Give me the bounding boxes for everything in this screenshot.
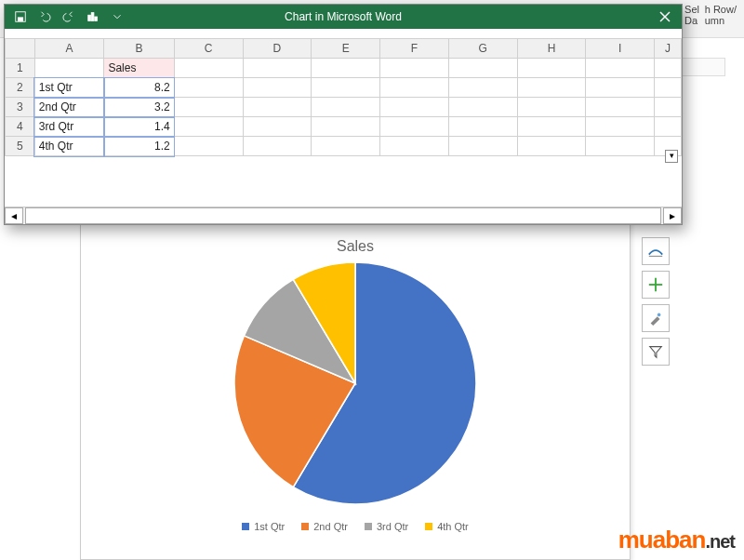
column-header[interactable]: G	[448, 39, 517, 59]
cell[interactable]	[517, 59, 586, 78]
column-header[interactable]: C	[174, 39, 243, 59]
chart-legend[interactable]: 1st Qtr2nd Qtr3rd Qtr4th Qtr	[242, 521, 469, 532]
cell[interactable]	[448, 59, 517, 78]
cell[interactable]	[243, 98, 312, 117]
legend-item[interactable]: 2nd Qtr	[301, 521, 348, 532]
cell[interactable]	[243, 117, 312, 137]
column-header[interactable]: I	[586, 39, 654, 59]
row-header[interactable]: 2	[6, 78, 35, 98]
chart-title[interactable]: Sales	[337, 238, 374, 255]
svg-point-3	[658, 313, 661, 317]
row-header[interactable]: 3	[6, 98, 35, 117]
series-header-cell[interactable]: Sales	[104, 59, 174, 78]
cell[interactable]	[174, 98, 243, 117]
close-button[interactable]	[648, 5, 682, 29]
cell[interactable]	[174, 78, 243, 98]
cell[interactable]	[448, 78, 517, 98]
value-cell[interactable]: 1.4	[104, 117, 174, 137]
category-cell[interactable]: 1st Qtr	[34, 78, 104, 98]
qat-dropdown-icon[interactable]	[107, 7, 127, 27]
row-header[interactable]: 4	[6, 117, 35, 137]
cell[interactable]	[380, 98, 449, 117]
undo-icon[interactable]	[34, 7, 55, 27]
cell[interactable]	[380, 78, 449, 98]
cell[interactable]	[34, 59, 104, 78]
cell[interactable]	[448, 98, 517, 117]
column-header[interactable]: B	[104, 39, 174, 59]
cell[interactable]	[448, 137, 517, 156]
category-cell[interactable]: 2nd Qtr	[34, 98, 104, 117]
redo-icon[interactable]	[59, 7, 79, 27]
value-cell[interactable]: 8.2	[104, 78, 174, 98]
layout-options-button[interactable]	[642, 237, 670, 265]
chart-wizard-icon[interactable]	[83, 7, 103, 27]
cell[interactable]	[517, 78, 586, 98]
column-header[interactable]: J	[654, 39, 681, 59]
column-header[interactable]: A	[34, 39, 104, 59]
cell[interactable]	[654, 98, 681, 117]
chart-side-tools	[642, 237, 670, 366]
scroll-right-button[interactable]: ▸	[663, 207, 682, 224]
cell[interactable]	[174, 117, 243, 137]
column-header[interactable]: F	[380, 39, 449, 59]
chart-elements-button[interactable]	[642, 271, 670, 299]
cell[interactable]	[654, 59, 681, 78]
cell[interactable]	[586, 59, 654, 78]
legend-swatch	[242, 523, 249, 530]
select-all-cell[interactable]	[6, 39, 35, 59]
cell[interactable]	[243, 59, 312, 78]
quick-access-toolbar	[5, 7, 133, 27]
column-header[interactable]: D	[243, 39, 312, 59]
cell[interactable]	[312, 137, 380, 156]
svg-rect-7	[91, 13, 94, 21]
cell[interactable]	[312, 98, 380, 117]
cell[interactable]	[312, 117, 380, 137]
cell[interactable]	[517, 98, 586, 117]
scroll-left-button[interactable]: ◂	[5, 207, 23, 224]
cell[interactable]	[654, 117, 681, 137]
datasheet-grid[interactable]: ABCDEFGHIJ 1Sales21st Qtr8.232nd Qtr3.24…	[5, 38, 682, 215]
cell[interactable]	[380, 59, 449, 78]
value-cell[interactable]: 1.2	[104, 137, 174, 156]
cell[interactable]	[174, 59, 243, 78]
datasheet-titlebar[interactable]: Chart in Microsoft Word	[5, 5, 682, 29]
value-cell[interactable]: 3.2	[104, 98, 174, 117]
pie-chart[interactable]	[234, 262, 476, 504]
ribbon-partial-labels: h Row/ umn	[705, 4, 737, 26]
legend-item[interactable]: 4th Qtr	[425, 521, 469, 532]
row-header[interactable]: 5	[6, 137, 35, 156]
save-icon[interactable]	[10, 7, 31, 27]
cell[interactable]	[448, 117, 517, 137]
chart-filters-button[interactable]	[642, 338, 670, 366]
cell[interactable]	[312, 78, 380, 98]
expand-data-range-handle[interactable]: ▾	[665, 150, 678, 163]
cell[interactable]	[654, 78, 681, 98]
chart-object[interactable]: Sales 1st Qtr2nd Qtr3rd Qtr4th Qtr	[100, 238, 611, 540]
cell[interactable]	[586, 117, 654, 137]
category-cell[interactable]: 3rd Qtr	[34, 117, 104, 137]
cell[interactable]	[586, 78, 654, 98]
column-header[interactable]: H	[517, 39, 586, 59]
horizontal-scrollbar[interactable]: ◂ ▸	[5, 207, 682, 224]
cell[interactable]	[380, 137, 449, 156]
row-header[interactable]: 1	[6, 59, 35, 78]
category-cell[interactable]: 4th Qtr	[34, 137, 104, 156]
cell[interactable]	[586, 137, 654, 156]
cell[interactable]	[517, 137, 586, 156]
svg-rect-6	[88, 15, 91, 20]
scroll-track[interactable]	[25, 207, 661, 224]
column-header[interactable]: E	[312, 39, 380, 59]
legend-item[interactable]: 1st Qtr	[242, 521, 285, 532]
cell[interactable]	[243, 78, 312, 98]
watermark-logo: muaban.net	[618, 526, 735, 554]
chart-styles-button[interactable]	[642, 304, 670, 332]
spreadsheet-table[interactable]: ABCDEFGHIJ 1Sales21st Qtr8.232nd Qtr3.24…	[5, 38, 682, 156]
cell[interactable]	[312, 59, 380, 78]
cell[interactable]	[517, 117, 586, 137]
cell[interactable]	[380, 117, 449, 137]
cell[interactable]	[243, 137, 312, 156]
legend-item[interactable]: 3rd Qtr	[365, 521, 408, 532]
chart-datasheet-window[interactable]: Chart in Microsoft Word ABCDEFGHIJ 1Sale…	[4, 4, 683, 225]
cell[interactable]	[174, 137, 243, 156]
cell[interactable]	[586, 98, 654, 117]
